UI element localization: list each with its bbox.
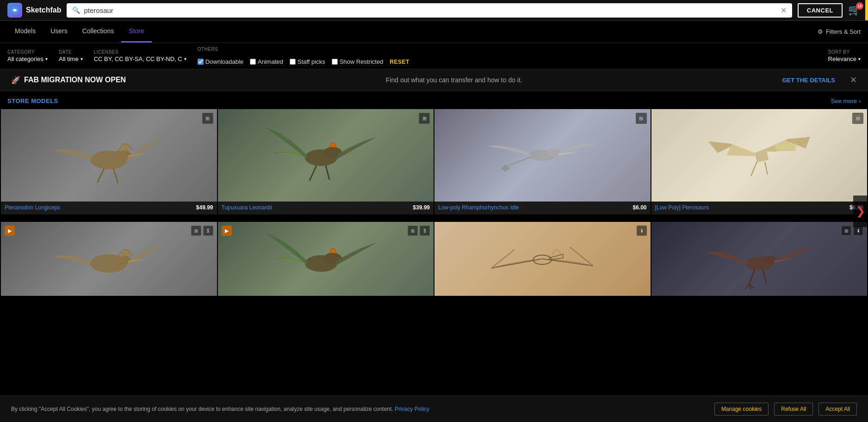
search-clear-button[interactable]: ✕ <box>781 6 787 15</box>
date-select[interactable]: All time <box>59 55 83 62</box>
card-expand-icon-4[interactable]: ⊞ <box>852 113 863 124</box>
filters-sort-label: Filters & Sort <box>826 28 861 35</box>
filters-sort-button[interactable]: ⚙ Filters & Sort <box>818 28 861 35</box>
model-card-1[interactable]: ⊞ Pteranodon Longiceps $49.99 <box>1 109 217 214</box>
card-download-icon-7[interactable]: ⬇ <box>637 226 647 236</box>
banner-close-button[interactable]: ✕ <box>850 75 857 85</box>
downloadable-checkbox[interactable] <box>198 59 204 65</box>
card-icons-right-8: ⊞ ⬇ <box>841 226 863 236</box>
card-vr-icon-5[interactable]: ⊞ <box>191 226 201 236</box>
svg-line-20 <box>751 162 757 176</box>
model-card-3[interactable]: ⊞ Low-poly Rhamphorhynchus Idle $6.00 <box>434 109 651 214</box>
pterosaur-image-6 <box>261 226 391 291</box>
model-card-7[interactable]: ⬇ <box>434 222 651 296</box>
model-thumbnail-4 <box>651 109 868 202</box>
see-more-link[interactable]: See more › <box>831 98 861 104</box>
banner-title: 🚀 FAB MIGRATION NOW OPEN <box>11 76 126 85</box>
show-restricted-label: Show Restricted <box>340 58 384 65</box>
model-grid-row2: ▶ ⊞ $ <box>1 222 867 296</box>
card-price-icon-5[interactable]: $ <box>203 226 213 236</box>
filter-checkboxes: Downloadable Animated Staff picks Show R… <box>198 58 409 65</box>
scroll-right-button[interactable]: ❯ <box>853 196 868 227</box>
model-card-5[interactable]: ▶ ⊞ $ <box>1 222 217 296</box>
show-restricted-filter[interactable]: Show Restricted <box>332 58 384 65</box>
svg-marker-15 <box>708 141 732 153</box>
search-bar[interactable]: 🔍 ✕ <box>67 3 792 18</box>
card-price-1: $49.99 <box>196 204 213 211</box>
svg-point-2 <box>114 150 131 159</box>
staff-picks-filter[interactable]: Staff picks <box>290 58 325 65</box>
pterosaur-image-8 <box>694 226 824 291</box>
banner-description: Find out what you can transfer and how t… <box>133 76 775 84</box>
reset-button[interactable]: RESET <box>390 59 409 65</box>
model-thumbnail-3 <box>434 109 651 202</box>
others-group: OTHERS Downloadable Animated Staff picks… <box>198 47 409 65</box>
animated-filter[interactable]: Animated <box>250 58 283 65</box>
cart-button[interactable]: 🛒 15 <box>848 4 861 16</box>
model-card-4[interactable]: ⊞ [Low Poly] Pterosaurs $6.99 <box>651 109 868 214</box>
card-vr-icon-6[interactable]: ⊞ <box>408 226 418 236</box>
model-thumbnail-5 <box>1 222 217 296</box>
sort-label: SORT BY <box>828 49 861 55</box>
card-name-2[interactable]: Tupuxuara Leonardii <box>222 204 273 211</box>
svg-line-4 <box>113 168 118 183</box>
yellow-bar <box>865 0 868 20</box>
downloadable-filter[interactable]: Downloadable <box>198 58 243 65</box>
show-restricted-checkbox[interactable] <box>332 59 338 65</box>
category-select[interactable]: All categories <box>7 55 48 62</box>
card-icons-right-6: ⊞ $ <box>408 226 430 236</box>
header: Sketchfab 🔍 ✕ CANCEL 🛒 15 <box>0 0 868 21</box>
card-info-1: Pteranodon Longiceps $49.99 <box>1 202 217 214</box>
nav-tabs: Models Users Collections Store ⚙ Filters… <box>0 21 868 43</box>
category-label: CATEGORY <box>7 49 48 55</box>
card-price-icon-6[interactable]: $ <box>420 226 430 236</box>
staff-picks-checkbox[interactable] <box>290 59 296 65</box>
card-info-4: [Low Poly] Pterosaurs $6.99 <box>651 202 868 214</box>
category-filter: CATEGORY All categories <box>7 49 48 62</box>
pterosaur-image-3 <box>477 118 607 192</box>
cart-badge: 15 <box>856 2 863 10</box>
filters-bar: CATEGORY All categories DATE All time LI… <box>0 43 868 69</box>
card-expand-icon-2[interactable]: ⊞ <box>419 113 430 124</box>
tab-store[interactable]: Store <box>121 21 151 43</box>
model-card-8[interactable]: ⊞ ⬇ <box>651 222 868 296</box>
tab-models[interactable]: Models <box>7 21 43 43</box>
staff-picks-label: Staff picks <box>298 58 325 65</box>
svg-line-21 <box>765 162 768 175</box>
logo[interactable]: Sketchfab <box>7 3 61 18</box>
licenses-select[interactable]: CC BY, CC BY-SA, CC BY-ND, C <box>94 55 186 62</box>
cancel-button[interactable]: CANCEL <box>798 3 843 18</box>
model-thumbnail-6 <box>218 222 434 296</box>
model-card-6[interactable]: ▶ ⊞ $ <box>218 222 434 296</box>
animated-checkbox[interactable] <box>250 59 256 65</box>
date-filter: DATE All time <box>59 49 83 62</box>
tab-users[interactable]: Users <box>43 21 75 43</box>
search-input[interactable] <box>84 6 776 14</box>
model-card-2[interactable]: ⊞ Tupuxuara Leonardii $39.99 <box>218 109 434 214</box>
svg-point-12 <box>546 148 561 157</box>
card-expand-icon-3[interactable]: ⊞ <box>636 113 647 124</box>
card-expand-icon-1[interactable]: ⊞ <box>202 113 213 124</box>
licenses-label: LICENSES <box>94 49 186 55</box>
svg-line-34 <box>763 270 766 283</box>
card-name-1[interactable]: Pteranodon Longiceps <box>5 204 60 211</box>
card-vr-icon-8[interactable]: ⊞ <box>841 226 851 236</box>
svg-line-8 <box>326 165 329 180</box>
search-icon: 🔍 <box>72 6 80 14</box>
banner-title-text: FAB MIGRATION NOW OPEN <box>24 76 126 84</box>
date-label: DATE <box>59 49 83 55</box>
svg-point-23 <box>114 255 131 264</box>
card-name-4[interactable]: [Low Poly] Pterosaurs <box>655 204 709 211</box>
svg-line-3 <box>97 168 104 183</box>
sort-group: SORT BY Relevance <box>828 49 861 62</box>
card-name-3[interactable]: Low-poly Rhamphorhynchus Idle <box>438 204 519 211</box>
card-download-icon-8[interactable]: ⬇ <box>853 226 863 236</box>
sort-select[interactable]: Relevance <box>828 55 861 62</box>
card-animated-icon-6: ▶ <box>222 226 232 236</box>
pterosaur-image-2 <box>261 118 391 192</box>
card-icons-right-7: ⬇ <box>637 226 647 236</box>
downloadable-label: Downloadable <box>205 58 243 65</box>
banner-link[interactable]: GET THE DETAILS <box>782 77 835 84</box>
banner-icon: 🚀 <box>11 76 20 85</box>
tab-collections[interactable]: Collections <box>75 21 121 43</box>
